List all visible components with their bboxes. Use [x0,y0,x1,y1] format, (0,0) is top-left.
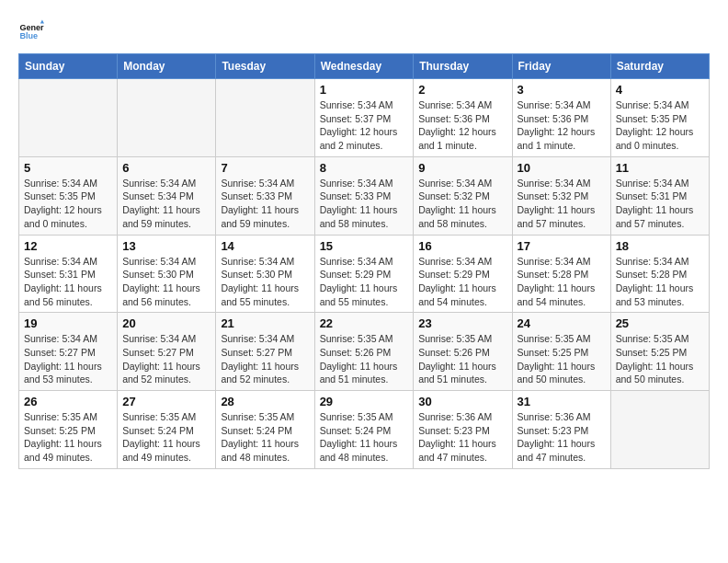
day-number: 3 [518,83,606,97]
calendar-cell: 25Sunrise: 5:35 AM Sunset: 5:25 PM Dayli… [610,313,709,391]
logo: General Blue [18,18,48,44]
svg-marker-2 [40,19,44,23]
calendar-cell: 21Sunrise: 5:34 AM Sunset: 5:27 PM Dayli… [216,313,314,391]
day-info: Sunrise: 5:34 AM Sunset: 5:28 PM Dayligh… [518,255,606,309]
calendar: SundayMondayTuesdayWednesdayThursdayFrid… [18,53,710,469]
day-number: 16 [418,239,506,253]
day-number: 30 [418,395,506,408]
day-number: 24 [518,316,606,330]
day-info: Sunrise: 5:34 AM Sunset: 5:27 PM Dayligh… [24,332,112,386]
day-info: Sunrise: 5:34 AM Sunset: 5:35 PM Dayligh… [616,98,704,153]
calendar-cell: 23Sunrise: 5:35 AM Sunset: 5:26 PM Dayli… [414,313,512,391]
day-info: Sunrise: 5:34 AM Sunset: 5:30 PM Dayligh… [122,255,210,309]
calendar-cell: 2Sunrise: 5:34 AM Sunset: 5:36 PM Daylig… [414,79,512,157]
calendar-week-row: 26Sunrise: 5:35 AM Sunset: 5:25 PM Dayli… [19,391,710,469]
day-info: Sunrise: 5:34 AM Sunset: 5:35 PM Dayligh… [24,177,112,231]
svg-text:Blue: Blue [19,31,38,40]
day-number: 20 [122,316,210,330]
day-number: 17 [518,239,606,253]
calendar-cell: 14Sunrise: 5:34 AM Sunset: 5:30 PM Dayli… [216,235,314,313]
calendar-cell: 20Sunrise: 5:34 AM Sunset: 5:27 PM Dayli… [118,313,216,391]
day-number: 9 [418,161,506,175]
day-number: 29 [320,395,409,408]
calendar-week-row: 19Sunrise: 5:34 AM Sunset: 5:27 PM Dayli… [19,313,710,391]
calendar-cell: 11Sunrise: 5:34 AM Sunset: 5:31 PM Dayli… [610,156,709,235]
day-info: Sunrise: 5:35 AM Sunset: 5:26 PM Dayligh… [418,332,506,386]
day-info: Sunrise: 5:34 AM Sunset: 5:32 PM Dayligh… [418,177,506,231]
weekday-header: Tuesday [216,54,314,79]
day-info: Sunrise: 5:34 AM Sunset: 5:36 PM Dayligh… [418,98,506,153]
day-info: Sunrise: 5:35 AM Sunset: 5:25 PM Dayligh… [518,332,606,386]
weekday-header: Thursday [414,54,512,79]
day-info: Sunrise: 5:35 AM Sunset: 5:24 PM Dayligh… [320,410,409,465]
calendar-cell: 19Sunrise: 5:34 AM Sunset: 5:27 PM Dayli… [19,313,118,391]
day-number: 4 [616,83,704,97]
calendar-cell [610,391,709,469]
calendar-cell: 31Sunrise: 5:36 AM Sunset: 5:23 PM Dayli… [512,391,610,469]
calendar-week-row: 5Sunrise: 5:34 AM Sunset: 5:35 PM Daylig… [19,156,710,235]
calendar-cell [19,79,118,157]
calendar-cell: 7Sunrise: 5:34 AM Sunset: 5:33 PM Daylig… [216,156,314,235]
day-number: 19 [24,316,112,330]
day-info: Sunrise: 5:34 AM Sunset: 5:31 PM Dayligh… [24,255,112,309]
day-number: 8 [320,161,409,175]
page-header: General Blue [18,18,710,44]
day-info: Sunrise: 5:35 AM Sunset: 5:25 PM Dayligh… [616,332,704,386]
calendar-header-row: SundayMondayTuesdayWednesdayThursdayFrid… [19,54,710,79]
day-number: 5 [24,161,112,175]
day-number: 10 [518,161,606,175]
calendar-cell: 24Sunrise: 5:35 AM Sunset: 5:25 PM Dayli… [512,313,610,391]
day-number: 14 [221,239,309,253]
calendar-week-row: 1Sunrise: 5:34 AM Sunset: 5:37 PM Daylig… [19,79,710,157]
day-number: 6 [122,161,210,175]
calendar-cell: 15Sunrise: 5:34 AM Sunset: 5:29 PM Dayli… [314,235,414,313]
calendar-cell: 28Sunrise: 5:35 AM Sunset: 5:24 PM Dayli… [216,391,314,469]
day-number: 11 [616,161,704,175]
logo-icon: General Blue [18,18,44,44]
day-number: 2 [418,83,506,97]
calendar-cell: 1Sunrise: 5:34 AM Sunset: 5:37 PM Daylig… [314,79,414,157]
day-info: Sunrise: 5:35 AM Sunset: 5:24 PM Dayligh… [122,410,210,465]
calendar-cell: 9Sunrise: 5:34 AM Sunset: 5:32 PM Daylig… [414,156,512,235]
day-info: Sunrise: 5:35 AM Sunset: 5:25 PM Dayligh… [24,410,112,465]
calendar-cell: 13Sunrise: 5:34 AM Sunset: 5:30 PM Dayli… [118,235,216,313]
calendar-cell: 5Sunrise: 5:34 AM Sunset: 5:35 PM Daylig… [19,156,118,235]
day-info: Sunrise: 5:34 AM Sunset: 5:33 PM Dayligh… [320,177,409,231]
day-info: Sunrise: 5:34 AM Sunset: 5:30 PM Dayligh… [221,255,309,309]
calendar-cell: 27Sunrise: 5:35 AM Sunset: 5:24 PM Dayli… [118,391,216,469]
calendar-cell [216,79,314,157]
calendar-cell: 6Sunrise: 5:34 AM Sunset: 5:34 PM Daylig… [118,156,216,235]
day-number: 15 [320,239,409,253]
day-number: 13 [122,239,210,253]
calendar-cell: 16Sunrise: 5:34 AM Sunset: 5:29 PM Dayli… [414,235,512,313]
day-number: 7 [221,161,309,175]
day-info: Sunrise: 5:34 AM Sunset: 5:32 PM Dayligh… [518,177,606,231]
day-info: Sunrise: 5:34 AM Sunset: 5:31 PM Dayligh… [616,177,704,231]
calendar-cell: 26Sunrise: 5:35 AM Sunset: 5:25 PM Dayli… [19,391,118,469]
calendar-week-row: 12Sunrise: 5:34 AM Sunset: 5:31 PM Dayli… [19,235,710,313]
day-number: 31 [518,395,606,408]
weekday-header: Wednesday [314,54,414,79]
calendar-cell: 30Sunrise: 5:36 AM Sunset: 5:23 PM Dayli… [414,391,512,469]
day-info: Sunrise: 5:34 AM Sunset: 5:29 PM Dayligh… [418,255,506,309]
calendar-cell [118,79,216,157]
day-number: 25 [616,316,704,330]
day-info: Sunrise: 5:35 AM Sunset: 5:26 PM Dayligh… [320,332,409,386]
calendar-cell: 22Sunrise: 5:35 AM Sunset: 5:26 PM Dayli… [314,313,414,391]
day-info: Sunrise: 5:34 AM Sunset: 5:36 PM Dayligh… [518,98,606,153]
day-number: 27 [122,395,210,408]
day-number: 22 [320,316,409,330]
day-info: Sunrise: 5:34 AM Sunset: 5:37 PM Dayligh… [320,98,409,153]
calendar-cell: 17Sunrise: 5:34 AM Sunset: 5:28 PM Dayli… [512,235,610,313]
day-info: Sunrise: 5:35 AM Sunset: 5:24 PM Dayligh… [221,410,309,465]
day-number: 26 [24,395,112,408]
day-info: Sunrise: 5:34 AM Sunset: 5:28 PM Dayligh… [616,255,704,309]
calendar-cell: 29Sunrise: 5:35 AM Sunset: 5:24 PM Dayli… [314,391,414,469]
calendar-cell: 8Sunrise: 5:34 AM Sunset: 5:33 PM Daylig… [314,156,414,235]
day-number: 23 [418,316,506,330]
calendar-cell: 12Sunrise: 5:34 AM Sunset: 5:31 PM Dayli… [19,235,118,313]
day-info: Sunrise: 5:34 AM Sunset: 5:27 PM Dayligh… [122,332,210,386]
svg-text:General: General [19,23,44,32]
calendar-cell: 4Sunrise: 5:34 AM Sunset: 5:35 PM Daylig… [610,79,709,157]
day-info: Sunrise: 5:34 AM Sunset: 5:34 PM Dayligh… [122,177,210,231]
